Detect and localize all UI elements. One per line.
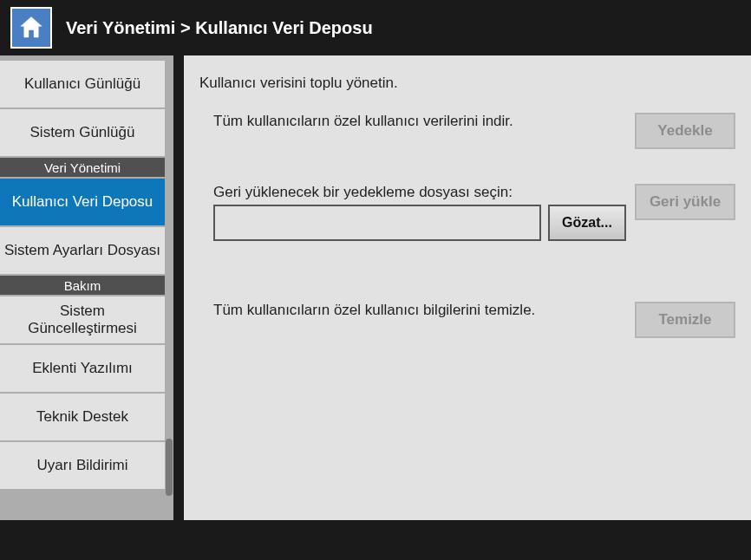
clear-text: Tüm kullanıcıların özel kullanıcı bilgil… xyxy=(199,302,635,319)
sidebar-label-4: Sistem Ayarları Dosyası xyxy=(4,242,160,259)
breadcrumb: Veri Yönetimi > Kullanıcı Veri Deposu xyxy=(66,18,373,38)
content-intro: Kullanıcı verisini toplu yönetin. xyxy=(199,75,735,92)
sidebar-label-8: Teknik Destek xyxy=(36,408,128,426)
restore-file-input[interactable] xyxy=(213,205,541,241)
content-panel: Kullanıcı verisini toplu yönetin. Tüm ku… xyxy=(184,55,751,520)
sidebar-scrollbar[interactable] xyxy=(165,55,173,520)
sidebar-item-9[interactable]: Uyarı Bildirimi xyxy=(0,442,165,491)
header: Veri Yönetimi > Kullanıcı Veri Deposu xyxy=(0,0,751,55)
home-icon xyxy=(16,13,46,42)
restore-label: Geri yüklenecek bir yedekleme dosyası se… xyxy=(213,184,635,201)
home-button[interactable] xyxy=(10,7,52,49)
sidebar-label-2: Veri Yönetimi xyxy=(44,160,121,175)
sidebar-item-0[interactable]: Kullanıcı Günlüğü xyxy=(0,61,165,109)
sidebar: Kullanıcı GünlüğüSistem GünlüğüVeri Yöne… xyxy=(0,55,173,520)
sidebar-item-8[interactable]: Teknik Destek xyxy=(0,394,165,442)
backup-text: Tüm kullanıcıların özel kullanıcı verile… xyxy=(199,113,635,130)
restore-button[interactable]: Geri yükle xyxy=(635,184,735,220)
sidebar-label-1: Sistem Günlüğü xyxy=(30,124,135,141)
sidebar-scrollthumb[interactable] xyxy=(166,439,173,496)
sidebar-item-4[interactable]: Sistem Ayarları Dosyası xyxy=(0,227,165,276)
sidebar-label-0: Kullanıcı Günlüğü xyxy=(24,75,140,93)
restore-row: Geri yüklenecek bir yedekleme dosyası se… xyxy=(199,184,735,241)
backup-row: Tüm kullanıcıların özel kullanıcı verile… xyxy=(199,113,735,149)
sidebar-item-7[interactable]: Eklenti Yazılımı xyxy=(0,345,165,394)
footer xyxy=(0,520,751,560)
clear-row: Tüm kullanıcıların özel kullanıcı bilgil… xyxy=(199,302,735,338)
backup-button[interactable]: Yedekle xyxy=(635,113,735,149)
sidebar-label-9: Uyarı Bildirimi xyxy=(37,457,128,474)
sidebar-label-7: Eklenti Yazılımı xyxy=(32,360,133,377)
sidebar-label-6: Sistem Güncelleştirmesi xyxy=(3,303,161,337)
sidebar-item-3[interactable]: Kullanıcı Veri Deposu xyxy=(0,179,165,227)
sidebar-label-5: Bakım xyxy=(64,278,101,293)
sidebar-section-5: Bakım xyxy=(0,276,165,296)
sidebar-section-2: Veri Yönetimi xyxy=(0,158,165,179)
sidebar-item-6[interactable]: Sistem Güncelleştirmesi xyxy=(0,296,165,345)
clear-button[interactable]: Temizle xyxy=(635,302,735,338)
browse-button[interactable]: Gözat... xyxy=(548,205,626,241)
sidebar-label-3: Kullanıcı Veri Deposu xyxy=(12,193,153,211)
sidebar-item-1[interactable]: Sistem Günlüğü xyxy=(0,109,165,158)
